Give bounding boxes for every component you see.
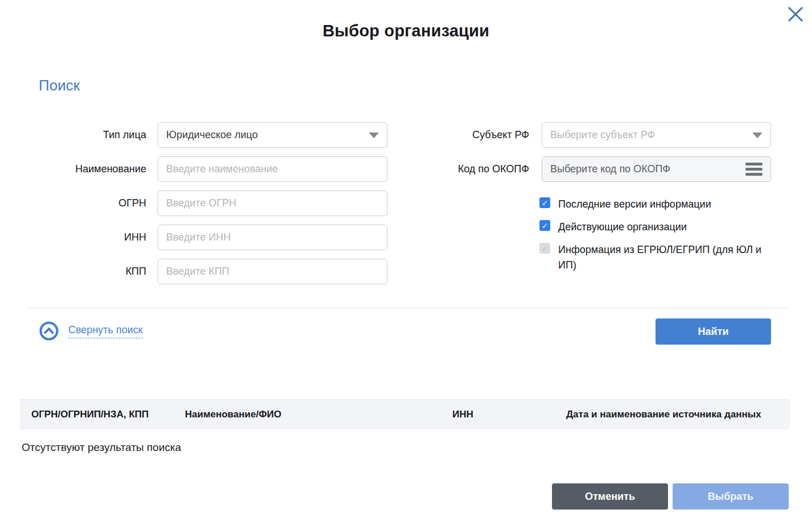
results-table-header: ОГРН/ОГРНИП/НЗА, КПП Наименование/ФИО ИН… <box>20 399 790 429</box>
select-button[interactable]: Выбрать <box>673 483 789 510</box>
column-header-inn: ИНН <box>441 409 555 420</box>
close-icon <box>786 5 805 24</box>
kpp-input[interactable] <box>158 259 388 284</box>
dialog-title: Выбор организации <box>0 22 812 40</box>
cancel-button[interactable]: Отменить <box>552 483 668 510</box>
collapse-circle-chevron-up-icon <box>39 321 59 341</box>
section-divider <box>28 308 789 308</box>
field-label-ogrn: ОГРН <box>0 191 146 216</box>
column-header-name: Наименование/ФИО <box>174 409 441 420</box>
checkbox-egrul-egrip: ✓ Информация из ЕГРЮЛ/ЕГРИП (для ЮЛ и ИП… <box>539 242 778 273</box>
field-label-kpp: КПП <box>0 259 146 284</box>
empty-results-message: Отсутствуют результаты поиска <box>22 441 181 454</box>
chevron-down-icon <box>752 132 762 138</box>
find-button[interactable]: Найти <box>656 318 771 345</box>
ogrn-input[interactable] <box>158 191 388 216</box>
okopf-picker[interactable]: Выберите код по ОКОПФ <box>542 156 771 182</box>
tip-lica-selected-value: Юридическое лицо <box>166 129 258 141</box>
checkbox-latest-versions[interactable]: ✓ Последние версии информации <box>539 197 778 212</box>
checkbox-active-organizations[interactable]: ✓ Действующие организации <box>539 220 778 235</box>
checkbox-disabled-checked-icon: ✓ <box>539 243 550 254</box>
inn-input[interactable] <box>158 225 388 250</box>
collapse-search-link[interactable]: Свернуть поиск <box>39 321 143 341</box>
organization-select-dialog: Выбор организации Поиск Тип лица Юридиче… <box>0 0 812 530</box>
field-label-naimenovanie: Наименование <box>0 156 146 182</box>
subekt-rf-select[interactable]: Выберите субъект РФ <box>542 122 771 148</box>
field-label-subekt-rf: Субъект РФ <box>383 122 529 148</box>
tip-lica-select[interactable]: Юридическое лицо <box>158 122 388 148</box>
field-label-tip-lica: Тип лица <box>0 122 146 148</box>
column-header-ogrn: ОГРН/ОГРНИП/НЗА, КПП <box>20 409 174 420</box>
field-label-okopf: Код по ОКОПФ <box>383 156 529 182</box>
checkbox-checked-icon[interactable]: ✓ <box>539 220 550 231</box>
subekt-rf-placeholder: Выберите субъект РФ <box>550 129 655 141</box>
okopf-placeholder: Выберите код по ОКОПФ <box>550 163 670 175</box>
column-header-source: Дата и наименование источника данных <box>555 409 790 420</box>
chevron-down-icon <box>369 132 379 138</box>
checkbox-checked-icon[interactable]: ✓ <box>539 197 550 208</box>
field-label-inn: ИНН <box>0 225 146 250</box>
search-section-heading: Поиск <box>39 77 80 94</box>
collapse-search-label[interactable]: Свернуть поиск <box>68 324 143 338</box>
hamburger-menu-icon[interactable] <box>745 163 762 176</box>
naimenovanie-input[interactable] <box>158 156 388 182</box>
close-button[interactable] <box>785 3 806 25</box>
